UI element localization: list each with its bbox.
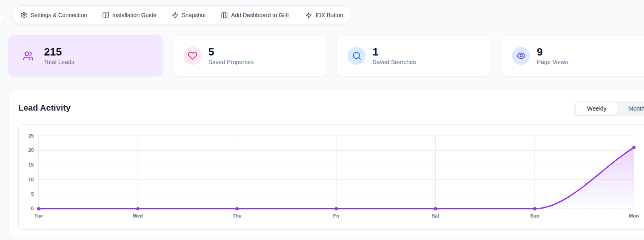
chart-title: Lead Activity	[18, 103, 71, 113]
data-point	[236, 207, 239, 210]
zap-icon	[305, 12, 312, 19]
y-axis-tick-label: 5	[31, 191, 34, 197]
data-point	[434, 207, 437, 210]
data-point	[136, 207, 139, 210]
x-axis-tick-label: Wed	[133, 213, 143, 219]
installation-guide-button[interactable]: Installation Guide	[102, 12, 157, 19]
y-axis-tick-label: 15	[29, 162, 34, 168]
stat-card-saved-properties[interactable]: 5 Saved Properties	[172, 35, 327, 76]
stat-value: 1	[373, 46, 416, 58]
stat-meta: 9 Page Views	[537, 46, 568, 66]
columns-icon	[221, 12, 228, 19]
toolbar-item-label: Snapshot	[182, 12, 206, 18]
users-icon	[23, 51, 33, 61]
stat-label: Page Views	[537, 59, 568, 65]
y-axis-tick-label: 25	[29, 133, 34, 139]
top-toolbar: Settings & Connection Installation Guide…	[12, 5, 351, 25]
toolbar-item-label: Add Dashboard to GHL	[231, 12, 291, 18]
x-axis-tick-label: Tue	[35, 213, 43, 219]
stat-value: 5	[208, 46, 254, 58]
eye-icon	[516, 51, 526, 60]
zap-icon	[172, 12, 179, 19]
y-axis-tick-label: 0	[31, 206, 34, 211]
gear-icon	[20, 12, 27, 19]
x-axis-tick-label: Fri	[333, 213, 339, 219]
stat-card-total-leads[interactable]: 215 Total Leads	[8, 35, 163, 76]
stat-meta: 5 Saved Properties	[208, 46, 254, 66]
stat-label: Total Leads	[44, 59, 74, 65]
heart-icon-badge	[183, 47, 201, 65]
stat-meta: 215 Total Leads	[44, 46, 74, 66]
add-dashboard-ghl-button[interactable]: Add Dashboard to GHL	[221, 12, 291, 19]
settings-connection-button[interactable]: Settings & Connection	[20, 12, 87, 19]
stat-card-page-views[interactable]: 9 Page Views	[501, 35, 644, 76]
chart-container: 0510152025TueWedThuFriSatSunMon	[18, 124, 644, 230]
toggle-monthly[interactable]: Monthly	[618, 102, 644, 115]
book-open-icon	[102, 12, 109, 19]
users-icon-badge	[19, 47, 37, 65]
edge-partial-button[interactable]	[0, 11, 4, 25]
y-axis-tick-label: 10	[29, 177, 34, 182]
search-icon	[352, 51, 362, 60]
heart-icon	[188, 51, 197, 60]
toolbar-item-label: Installation Guide	[112, 12, 157, 18]
stat-value: 9	[537, 46, 568, 58]
snapshot-button[interactable]: Snapshot	[172, 12, 206, 19]
data-point	[37, 207, 40, 210]
period-toggle: Weekly Monthly	[574, 101, 644, 116]
lead-activity-card: Lead Activity Weekly Monthly 0510152025T…	[8, 90, 644, 238]
y-axis-tick-label: 20	[29, 147, 34, 153]
lead-activity-chart: 0510152025TueWedThuFriSatSunMon	[19, 125, 644, 229]
idx-button[interactable]: IDX Button	[305, 12, 343, 19]
toggle-weekly[interactable]: Weekly	[576, 102, 618, 115]
stat-meta: 1 Saved Searches	[373, 46, 416, 66]
x-axis-tick-label: Mon	[629, 213, 639, 219]
stat-label: Saved Properties	[208, 59, 254, 65]
eye-icon-badge	[512, 47, 530, 65]
x-axis-tick-label: Sat	[432, 213, 439, 219]
data-point	[335, 207, 338, 210]
toolbar-item-label: Settings & Connection	[31, 12, 87, 18]
data-point	[632, 146, 635, 149]
stats-row: 215 Total Leads 5 Saved Properties 1 Sav…	[8, 35, 644, 76]
stat-card-saved-searches[interactable]: 1 Saved Searches	[337, 35, 491, 76]
data-point	[533, 207, 536, 210]
x-axis-tick-label: Sun	[530, 213, 539, 219]
search-icon-badge	[348, 47, 366, 65]
x-axis-tick-label: Thu	[233, 213, 242, 219]
toolbar-item-label: IDX Button	[315, 12, 343, 18]
stat-value: 215	[44, 46, 74, 58]
stat-label: Saved Searches	[373, 59, 416, 65]
